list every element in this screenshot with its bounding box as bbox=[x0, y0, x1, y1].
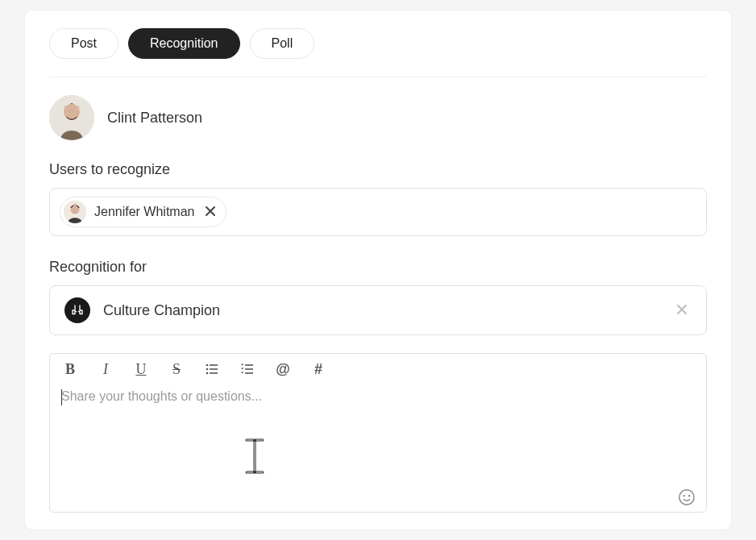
svg-rect-14 bbox=[242, 372, 244, 373]
editor-textarea[interactable]: Share your thoughts or questions... bbox=[50, 384, 706, 483]
user-chip-name: Jennifer Whitman bbox=[94, 205, 195, 219]
editor-placeholder: Share your thoughts or questions... bbox=[61, 389, 695, 404]
user-chip-remove[interactable] bbox=[203, 205, 218, 219]
svg-point-1 bbox=[64, 104, 80, 120]
recognition-for-value: Culture Champion bbox=[103, 302, 659, 319]
users-recognize-label: Users to recognize bbox=[49, 161, 707, 178]
author-row: Clint Patterson bbox=[49, 95, 707, 140]
svg-point-17 bbox=[683, 495, 685, 496]
italic-button[interactable]: I bbox=[97, 360, 114, 378]
author-name: Clint Patterson bbox=[107, 110, 202, 127]
tab-poll[interactable]: Poll bbox=[250, 28, 315, 59]
strikethrough-button[interactable]: S bbox=[168, 360, 185, 378]
svg-point-4 bbox=[206, 364, 209, 367]
user-chip-avatar bbox=[64, 201, 86, 223]
recognition-for-clear[interactable] bbox=[672, 299, 692, 322]
hashtag-button[interactable]: # bbox=[309, 360, 327, 378]
svg-point-6 bbox=[206, 368, 209, 371]
svg-point-16 bbox=[679, 490, 694, 505]
mention-button[interactable]: @ bbox=[274, 360, 292, 378]
editor-toolbar: B I U S @ # bbox=[50, 354, 706, 384]
tab-recognition[interactable]: Recognition bbox=[128, 28, 240, 59]
tab-post[interactable]: Post bbox=[49, 28, 118, 59]
svg-point-18 bbox=[688, 495, 690, 496]
author-avatar bbox=[49, 95, 94, 140]
svg-rect-10 bbox=[242, 364, 244, 365]
svg-rect-15 bbox=[245, 372, 253, 374]
recognition-for-select[interactable]: Culture Champion bbox=[49, 285, 707, 335]
users-recognize-input[interactable]: Jennifer Whitman bbox=[49, 188, 707, 236]
svg-rect-7 bbox=[210, 368, 218, 370]
numbered-list-button[interactable] bbox=[239, 360, 256, 378]
svg-rect-5 bbox=[210, 364, 218, 366]
svg-rect-12 bbox=[242, 368, 244, 369]
svg-rect-11 bbox=[245, 364, 253, 366]
user-chip: Jennifer Whitman bbox=[60, 197, 226, 227]
emoji-picker-button[interactable] bbox=[677, 488, 696, 507]
editor-footer bbox=[50, 483, 706, 512]
recognition-for-label: Recognition for bbox=[49, 259, 707, 276]
svg-rect-13 bbox=[245, 368, 253, 370]
compose-card: Post Recognition Poll Clint Patterson Us… bbox=[24, 10, 732, 530]
underline-button[interactable]: U bbox=[132, 360, 150, 378]
bold-button[interactable]: B bbox=[61, 360, 79, 378]
svg-point-8 bbox=[206, 372, 209, 375]
tabs-row: Post Recognition Poll bbox=[49, 28, 707, 77]
culture-champion-icon bbox=[64, 297, 90, 323]
editor: B I U S @ # Share your thoughts or quest… bbox=[49, 353, 707, 513]
svg-rect-9 bbox=[210, 372, 218, 374]
bullet-list-button[interactable] bbox=[203, 360, 221, 378]
